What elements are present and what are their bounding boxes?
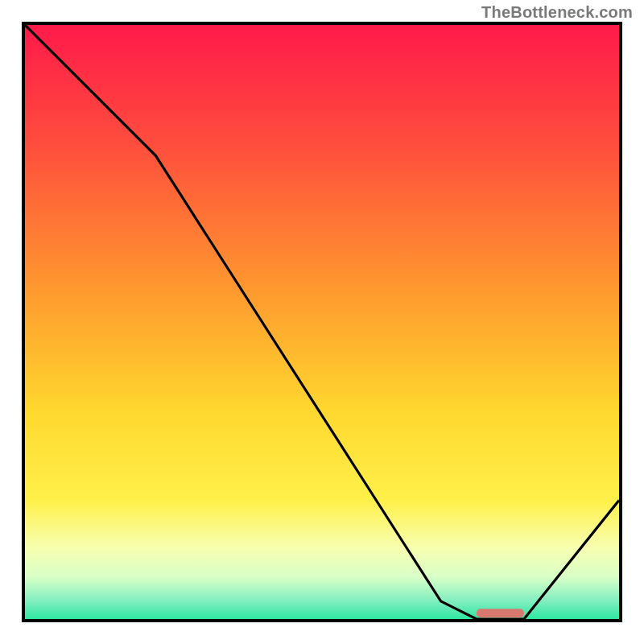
chart-frame [22,22,622,622]
chart-svg [25,25,619,619]
optimal-range-marker [477,609,524,617]
attribution-text: TheBottleneck.com [481,3,633,22]
